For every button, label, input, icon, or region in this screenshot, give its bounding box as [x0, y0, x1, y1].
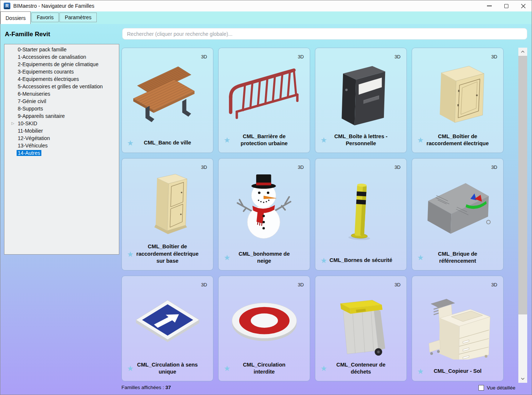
favorite-star-icon[interactable]: ★ — [222, 136, 233, 144]
families-count-status: Familles affichées : 37 — [121, 385, 171, 390]
3d-badge: 3D — [201, 164, 207, 170]
3d-badge: 3D — [394, 54, 401, 59]
3d-badge: 3D — [491, 164, 497, 170]
family-title: CML_Boîte à lettres - Personnelle — [329, 133, 404, 147]
3d-badge: 3D — [201, 282, 207, 287]
sidebar-item-mobilier[interactable]: 11-Mobilier — [4, 127, 119, 134]
3d-badge: 3D — [394, 282, 401, 287]
favorite-star-icon[interactable]: ★ — [415, 367, 426, 376]
maximize-button[interactable] — [498, 0, 515, 11]
favorite-star-icon[interactable]: ★ — [222, 253, 233, 262]
family-card-bonhomme-de-neige[interactable]: 3D — [218, 158, 310, 270]
search-input[interactable] — [122, 28, 527, 40]
tab-parametres[interactable]: Paramètres — [59, 13, 96, 22]
sidebar-item-menuiseries[interactable]: 6-Menuiseries — [4, 90, 119, 98]
close-button[interactable] — [515, 0, 532, 11]
copier-thumbnail — [419, 292, 497, 360]
sidebar-item-equipements-courants[interactable]: 3-Equipements courants — [4, 68, 119, 75]
family-card-brique-referencement[interactable]: 3D ★CML_Brique de référencement — [412, 158, 504, 270]
minimize-button[interactable] — [481, 0, 498, 11]
sidebar-item-equipements-electriques[interactable]: 4-Equipements électriques — [4, 75, 119, 83]
3d-badge: 3D — [491, 54, 497, 59]
3d-badge: 3D — [298, 164, 304, 170]
favorite-star-icon[interactable]: ★ — [125, 364, 136, 373]
sidebar-item-starter-pack[interactable]: 0-Starter pack famille — [4, 46, 119, 53]
sidebar-item-genie-civil[interactable]: 7-Génie civil — [4, 98, 119, 105]
3d-badge: 3D — [491, 282, 497, 287]
favorite-star-icon[interactable]: ★ — [125, 139, 136, 147]
family-title: CML_Banc de ville — [136, 139, 210, 147]
minimize-icon — [487, 6, 492, 6]
sidebar-item-accessoires-canalisation[interactable]: 1-Accessoires de canalisation — [4, 53, 119, 61]
favorite-star-icon[interactable]: ★ — [125, 250, 136, 259]
family-card-grid: 3D ★CML_Banc de ville 3D — [121, 48, 504, 381]
3d-badge: 3D — [201, 54, 207, 59]
sidebar-item-vehicules[interactable]: 13-Véhicules — [4, 142, 119, 149]
family-title: CML_Boîtier de raccordement électrique s… — [136, 243, 210, 265]
favorite-star-icon[interactable]: ★ — [318, 136, 329, 144]
family-title: CML_Bornes de sécurité — [329, 257, 404, 264]
snowman-thumbnail — [225, 174, 303, 242]
families-count-value: 37 — [165, 385, 171, 390]
family-card-boitier-sur-base[interactable]: 3D ★CML_Boîtier de raccordement électriq… — [121, 158, 213, 270]
sidebar-item-autres[interactable]: 14-Autres — [4, 149, 119, 157]
expand-arrow-icon[interactable]: ▷ — [11, 120, 14, 127]
tab-dossiers[interactable]: Dossiers — [0, 11, 31, 24]
barrier-thumbnail — [225, 61, 303, 129]
family-title: CML_Circulation interdite — [233, 361, 307, 376]
detail-view-toggle: Vue détaillée — [478, 385, 515, 391]
3d-badge: 3D — [298, 282, 304, 287]
family-card-banc-de-ville[interactable]: 3D ★CML_Banc de ville — [121, 48, 213, 153]
3d-badge: 3D — [394, 164, 401, 170]
detail-view-checkbox[interactable] — [478, 385, 484, 391]
family-title: CML_bonhomme de neige — [233, 251, 307, 265]
favorite-star-icon[interactable]: ★ — [222, 364, 233, 373]
family-card-conteneur-dechets[interactable]: 3D ★CML_Conteneur de déchets — [315, 276, 407, 381]
waste-container-thumbnail — [322, 289, 400, 357]
detail-view-label: Vue détaillée — [487, 385, 515, 391]
favorite-star-icon[interactable]: ★ — [318, 364, 329, 373]
tab-favoris[interactable]: Favoris — [31, 13, 59, 22]
scroll-down-button[interactable] — [518, 375, 527, 383]
family-title: CML_Barrière de protection urbaine — [233, 133, 307, 147]
family-card-bornes-securite[interactable]: 3D ★CML_Bornes de sécurité — [315, 158, 407, 270]
families-count-label: Familles affichées : — [121, 385, 164, 390]
chevron-up-icon — [521, 51, 525, 53]
sidebar-item-supports[interactable]: 8-Supports — [4, 105, 119, 112]
favorite-star-icon[interactable]: ★ — [318, 256, 329, 265]
electrical-box-thumbnail — [419, 61, 497, 129]
family-title: CML_Boîtier de raccordement électrique — [426, 133, 500, 147]
close-icon — [521, 4, 526, 8]
sidebar-item-skid[interactable]: ▷10-SKID — [4, 120, 119, 127]
window-title: BIMaestro - Navigateur de Familles — [13, 3, 94, 9]
electrical-box-on-base-thumbnail — [128, 171, 207, 239]
family-card-copieur-sol[interactable]: 3D ★CML_Copieur - So — [412, 276, 504, 381]
revit-app-icon: R — [4, 3, 10, 9]
scroll-up-button[interactable] — [518, 48, 527, 56]
family-title: CML_Circulation à sens unique — [136, 361, 210, 376]
family-card-boitier-raccordement[interactable]: 3D ★CML_Boîtier de raccordement électriq… — [412, 48, 504, 153]
vertical-scrollbar[interactable] — [518, 48, 527, 383]
family-card-boite-a-lettres[interactable]: 3D ★CML_Boîte à lettres - Personnelle — [315, 48, 407, 153]
scrollbar-thumb[interactable] — [518, 56, 527, 314]
one-way-sign-thumbnail — [128, 289, 207, 357]
sidebar-item-vegetation[interactable]: 12-Végétation — [4, 134, 119, 142]
favorite-star-icon[interactable]: ★ — [415, 253, 426, 262]
favorite-star-icon[interactable]: ★ — [415, 136, 426, 144]
mailbox-thumbnail — [322, 61, 400, 129]
3d-badge: 3D — [298, 54, 304, 59]
tab-strip: Dossiers Favoris Paramètres — [0, 11, 532, 24]
family-title: CML_Brique de référencement — [426, 251, 500, 265]
window-controls — [481, 0, 532, 11]
maximize-icon — [504, 4, 508, 8]
sidebar-item-genie-climatique[interactable]: 2-Equipements de génie climatique — [4, 61, 119, 68]
title-bar: R BIMaestro - Navigateur de Familles — [0, 0, 532, 11]
family-card-circulation-sens-unique[interactable]: 3D ★CML_Circulation à sens unique — [121, 276, 213, 381]
family-card-circulation-interdite[interactable]: 3D ★CML_Circulation interdite — [218, 276, 310, 381]
bollard-thumbnail — [322, 177, 400, 245]
reference-brick-thumbnail — [419, 174, 497, 242]
family-title: CML_Conteneur de déchets — [329, 361, 404, 376]
family-card-barriere-protection[interactable]: 3D ★CML_Barrière de protection urbaine — [218, 48, 310, 153]
sidebar-item-grilles-ventilation[interactable]: 5-Accessoires et grilles de ventilation — [4, 83, 119, 90]
sidebar-item-appareils-sanitaire[interactable]: 9-Appareils sanitaire — [4, 112, 119, 120]
